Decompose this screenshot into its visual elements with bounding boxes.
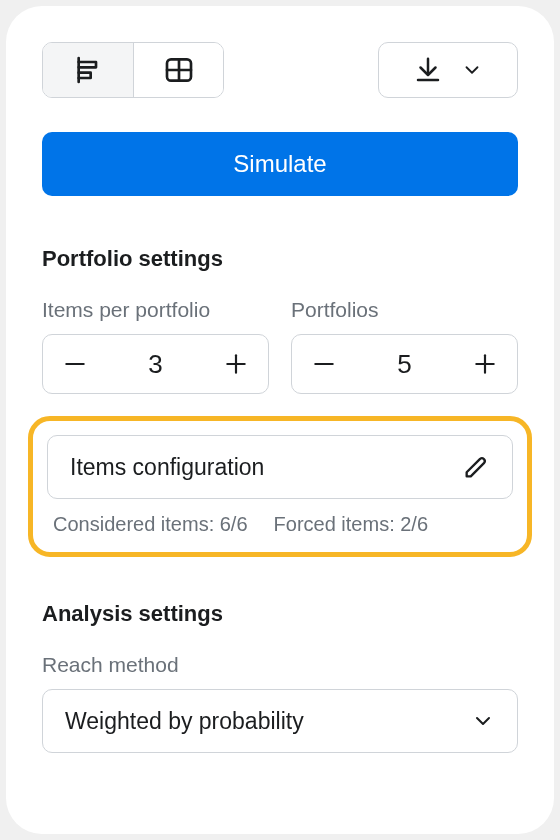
portfolios-stepper: 5 xyxy=(291,334,518,394)
table-icon xyxy=(163,54,195,86)
items-configuration-highlight: Items configuration Considered items: 6/… xyxy=(28,416,532,557)
chevron-down-icon xyxy=(461,59,483,81)
view-toggle-chart[interactable] xyxy=(43,43,133,97)
items-configuration-button[interactable]: Items configuration xyxy=(47,435,513,499)
portfolios-value: 5 xyxy=(397,349,411,380)
portfolios-label: Portfolios xyxy=(291,298,518,322)
portfolios-increment-button[interactable] xyxy=(471,350,499,378)
view-toggle xyxy=(42,42,224,98)
items-per-portfolio-label: Items per portfolio xyxy=(42,298,269,322)
reach-method-select[interactable]: Weighted by probability xyxy=(42,689,518,753)
view-toggle-table[interactable] xyxy=(133,43,223,97)
plus-icon xyxy=(472,351,498,377)
download-icon xyxy=(413,55,443,85)
pencil-icon xyxy=(462,453,490,481)
portfolio-fields: Items per portfolio 3 Portfolios xyxy=(42,298,518,394)
portfolio-settings-title: Portfolio settings xyxy=(42,246,518,272)
chevron-down-icon xyxy=(471,709,495,733)
minus-icon xyxy=(311,351,337,377)
reach-method-label: Reach method xyxy=(42,653,518,677)
simulate-button[interactable]: Simulate xyxy=(42,132,518,196)
items-per-portfolio-stepper: 3 xyxy=(42,334,269,394)
items-per-portfolio-field: Items per portfolio 3 xyxy=(42,298,269,394)
reach-method-value: Weighted by probability xyxy=(65,708,304,735)
settings-panel: Simulate Portfolio settings Items per po… xyxy=(6,6,554,834)
plus-icon xyxy=(223,351,249,377)
minus-icon xyxy=(62,351,88,377)
top-toolbar xyxy=(42,42,518,98)
download-button[interactable] xyxy=(378,42,518,98)
portfolios-field: Portfolios 5 xyxy=(291,298,518,394)
analysis-settings-title: Analysis settings xyxy=(42,601,518,627)
items-per-portfolio-value: 3 xyxy=(148,349,162,380)
items-decrement-button[interactable] xyxy=(61,350,89,378)
bar-chart-icon xyxy=(72,54,104,86)
items-configuration-label: Items configuration xyxy=(70,454,264,481)
items-increment-button[interactable] xyxy=(222,350,250,378)
items-configuration-meta: Considered items: 6/6 Forced items: 2/6 xyxy=(47,513,513,536)
forced-items-text: Forced items: 2/6 xyxy=(274,513,429,536)
portfolios-decrement-button[interactable] xyxy=(310,350,338,378)
considered-items-text: Considered items: 6/6 xyxy=(53,513,248,536)
